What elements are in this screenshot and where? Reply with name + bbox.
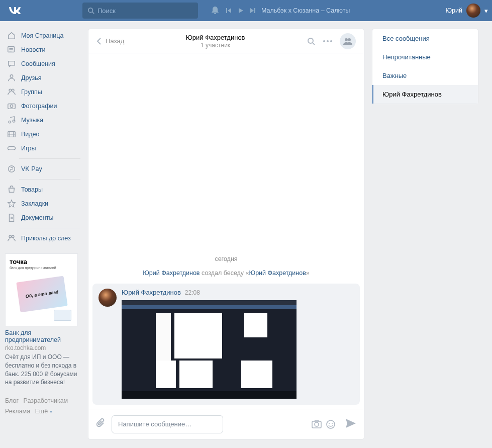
video-icon (7, 129, 17, 139)
news-icon (7, 45, 17, 55)
nav-моя-страница[interactable]: Моя Страница (5, 29, 80, 43)
nav-группы[interactable]: Группы (5, 85, 80, 99)
user-menu[interactable]: Юрий ▾ (445, 4, 488, 18)
svg-point-13 (308, 38, 313, 43)
svg-point-2 (10, 75, 13, 77)
nav-друзья[interactable]: Друзья (5, 71, 80, 85)
chat-subtitle: 1 участник (124, 42, 307, 49)
search-box[interactable] (82, 3, 198, 19)
nav-документы[interactable]: Документы (5, 211, 80, 225)
ad-title: Банк для предпринимателей (5, 329, 79, 343)
send-button[interactable] (345, 417, 357, 431)
nav-label: Видео (21, 131, 40, 138)
system-message: Юрий Фахретдинов создал беседу «Юрий Фах… (92, 267, 360, 284)
svg-point-23 (332, 423, 333, 424)
nav-label: Группы (21, 88, 42, 96)
back-button[interactable]: Назад (96, 37, 124, 45)
nav-фотографии[interactable]: Фотографии (5, 99, 80, 113)
nav-музыка[interactable]: Музыка (5, 113, 80, 127)
notifications-icon[interactable] (207, 3, 223, 19)
nav-сообщения[interactable]: Сообщения (5, 57, 80, 71)
nav-label: Фотографии (21, 103, 57, 110)
svg-point-21 (327, 420, 335, 428)
filter-item[interactable]: Юрий Фахретдинов (372, 85, 478, 104)
footer-links: Блог Разработчикам Реклама Ещё ▾ (5, 396, 80, 417)
svg-point-6 (10, 105, 13, 107)
message-avatar[interactable] (99, 289, 117, 307)
player-next-icon[interactable] (249, 7, 256, 14)
chat-avatar[interactable] (340, 33, 356, 49)
message-input[interactable] (112, 415, 223, 433)
filter-item[interactable]: Все сообщения (372, 29, 478, 48)
chevron-left-icon (96, 37, 102, 45)
date-separator: сегодня (92, 250, 360, 267)
home-icon (7, 31, 17, 41)
doc-icon (7, 213, 17, 223)
emoji-icon[interactable] (326, 419, 336, 429)
footer-link[interactable]: Разработчикам (24, 397, 68, 404)
nav-новости[interactable]: Новости (5, 43, 80, 57)
svg-point-22 (329, 423, 330, 424)
nav-приколы-до-слез[interactable]: Приколы до слез (5, 231, 80, 245)
player-play-icon[interactable] (237, 7, 244, 14)
svg-point-14 (323, 40, 325, 42)
nav-label: Закладки (21, 200, 48, 207)
nav-label: VK Pay (21, 165, 42, 172)
pay-icon (7, 164, 17, 174)
users-icon (7, 87, 17, 97)
chat-icon (7, 59, 17, 69)
nav-vk-pay[interactable]: VK Pay (5, 162, 80, 176)
nav-label: Документы (21, 214, 53, 221)
filter-item[interactable]: Непрочитанные (372, 48, 478, 66)
svg-point-15 (327, 40, 329, 42)
user-name: Юрий (445, 7, 462, 14)
camera-icon (7, 101, 17, 111)
svg-point-16 (330, 40, 332, 42)
photo-icon[interactable] (312, 419, 322, 428)
bag-icon (7, 185, 17, 195)
vk-logo[interactable] (8, 4, 22, 17)
footer-link[interactable]: Блог (5, 397, 19, 404)
filter-item[interactable]: Важные (372, 66, 478, 85)
ad-domain: rko.tochka.com (5, 344, 79, 351)
nav-label: Друзья (21, 74, 42, 81)
svg-point-11 (9, 235, 12, 238)
music-icon (7, 115, 17, 125)
player-prev-icon[interactable] (225, 7, 232, 14)
ad-image: точка банк для предпринимателей Ой, а эт… (5, 253, 78, 326)
search-input[interactable] (97, 7, 193, 15)
nav-label: Приколы до слез (21, 235, 71, 242)
nav-закладки[interactable]: Закладки (5, 197, 80, 211)
svg-point-0 (88, 8, 93, 13)
nav-видео[interactable]: Видео (5, 127, 80, 141)
footer-link[interactable]: Реклама (5, 408, 30, 415)
game-icon (7, 143, 17, 153)
svg-point-8 (13, 120, 15, 123)
nav-игры[interactable]: Игры (5, 141, 80, 155)
user-icon (7, 73, 17, 83)
ad-block[interactable]: точка банк для предпринимателей Ой, а эт… (5, 253, 79, 387)
avatar (466, 4, 480, 18)
users-icon (7, 233, 17, 243)
chat-title: Юрий Фахретдинов (124, 34, 307, 41)
more-icon[interactable] (323, 40, 333, 43)
nav-label: Игры (21, 145, 36, 152)
svg-point-4 (12, 89, 14, 92)
player-track[interactable]: Мальбэк x Сюзанна – Салюты (261, 7, 350, 14)
svg-point-3 (9, 89, 12, 92)
svg-point-20 (315, 422, 319, 426)
message: Юрий Фахретдинов 22:08 (92, 284, 360, 405)
svg-point-12 (12, 235, 14, 238)
nav-товары[interactable]: Товары (5, 183, 80, 197)
chat-search-icon[interactable] (307, 37, 316, 46)
message-author[interactable]: Юрий Фахретдинов (122, 289, 181, 296)
message-attachment[interactable] (122, 300, 297, 399)
svg-point-17 (345, 38, 348, 41)
svg-point-7 (9, 121, 11, 123)
ad-desc: Счёт для ИП и ООО — бесплатно и без похо… (5, 353, 79, 387)
nav-label: Товары (21, 186, 43, 193)
attach-icon[interactable] (95, 418, 107, 430)
footer-more[interactable]: Ещё ▾ (35, 408, 52, 415)
svg-point-10 (9, 166, 15, 172)
nav-label: Моя Страница (21, 32, 63, 39)
